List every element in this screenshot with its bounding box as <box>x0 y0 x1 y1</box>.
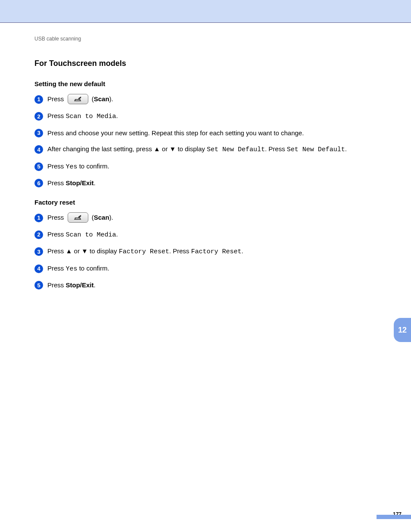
step-number-badge: 1 <box>34 95 43 104</box>
text: or <box>72 247 81 255</box>
section-title: For Touchscreen models <box>34 59 377 68</box>
text-bold: Stop/Exit <box>66 179 94 187</box>
step-number-badge: 4 <box>34 264 43 273</box>
footer-accent-bar <box>377 515 411 519</box>
text-mono: Set New Default <box>287 146 345 153</box>
text: After changing the last setting, press <box>47 145 154 152</box>
step-item: 3 Press ▲ or ▼ to display Factory Reset.… <box>34 246 377 257</box>
step-item: 5 Press Stop/Exit. <box>34 280 377 290</box>
step-text: Press Yes to confirm. <box>47 264 377 274</box>
step-item: 4 Press Yes to confirm. <box>34 264 377 274</box>
step-number-badge: 5 <box>34 281 43 289</box>
text-mono: Factory Reset <box>191 248 242 255</box>
text: Press <box>47 179 66 187</box>
step-number-badge: 2 <box>34 112 43 121</box>
step-number-badge: 3 <box>34 247 43 256</box>
up-arrow-icon: ▲ <box>66 247 72 255</box>
text: Press <box>47 247 66 255</box>
text-mono: Scan to Media <box>66 231 116 239</box>
step-item: 6 Press Stop/Exit. <box>34 178 377 188</box>
step-number-badge: 3 <box>34 129 43 137</box>
subheading-setting-default: Setting the new default <box>34 80 377 87</box>
text: to confirm. <box>78 162 109 170</box>
step-text: Press and choose your new setting. Repea… <box>47 128 377 138</box>
step-text: Press (Scan). <box>47 213 377 223</box>
text: Press <box>47 95 66 103</box>
step-item: 4 After changing the last setting, press… <box>34 144 377 155</box>
step-text: Press Stop/Exit. <box>47 280 377 290</box>
text: Press <box>47 162 66 170</box>
chapter-tab: 12 <box>394 318 411 342</box>
text: to display <box>88 247 119 255</box>
step-text: Press ▲ or ▼ to display Factory Reset. P… <box>47 246 377 257</box>
text: . Press <box>169 247 191 255</box>
step-item: 2 Press Scan to Media. <box>34 111 377 122</box>
step-item: 1 Press (Scan). <box>34 94 377 105</box>
up-arrow-icon: ▲ <box>154 145 160 152</box>
step-item: 2 Press Scan to Media. <box>34 230 377 240</box>
text-bold: Stop/Exit <box>66 281 94 289</box>
step-text: Press (Scan). <box>47 94 377 105</box>
step-item: 3 Press and choose your new setting. Rep… <box>34 128 377 138</box>
step-number-badge: 2 <box>34 230 43 239</box>
step-item: 5 Press Yes to confirm. <box>34 162 377 172</box>
text-mono: Yes <box>66 265 78 273</box>
down-arrow-icon: ▼ <box>169 145 176 152</box>
steps-setting-default: 1 Press (Scan). 2 Press Scan to Media. 3… <box>34 94 377 188</box>
step-text: After changing the last setting, press ▲… <box>47 144 377 155</box>
step-number-badge: 6 <box>34 179 43 187</box>
step-text: Press Scan to Media. <box>47 230 377 240</box>
text: to confirm. <box>78 264 109 272</box>
text: Press <box>47 281 66 289</box>
text-bold: Scan <box>94 95 109 103</box>
scan-button-icon <box>68 94 88 104</box>
text: . Press <box>265 145 287 152</box>
step-number-badge: 1 <box>34 214 43 222</box>
text-bold: Scan <box>94 214 109 221</box>
text-mono: Yes <box>66 163 78 171</box>
breadcrumb: USB cable scanning <box>34 36 377 42</box>
scan-button-icon <box>68 212 88 223</box>
text: to display <box>176 145 207 152</box>
text: Press <box>47 230 66 238</box>
step-number-badge: 5 <box>34 162 43 171</box>
steps-factory-reset: 1 Press (Scan). 2 Press Scan to Media. 3… <box>34 213 377 290</box>
page-content: USB cable scanning For Touchscreen model… <box>0 23 411 290</box>
text-mono: Factory Reset <box>119 248 169 255</box>
down-arrow-icon: ▼ <box>81 247 88 255</box>
text: Press <box>47 264 66 272</box>
step-text: Press Scan to Media. <box>47 111 377 122</box>
step-text: Press Stop/Exit. <box>47 178 377 188</box>
subheading-factory-reset: Factory reset <box>34 199 377 206</box>
step-number-badge: 4 <box>34 145 43 154</box>
step-text: Press Yes to confirm. <box>47 162 377 172</box>
header-band <box>0 0 411 23</box>
text: or <box>160 145 170 152</box>
text-mono: Set New Default <box>207 146 265 153</box>
text: Press <box>47 112 66 119</box>
text: Press <box>47 214 66 221</box>
step-item: 1 Press (Scan). <box>34 213 377 223</box>
text-mono: Scan to Media <box>66 113 116 120</box>
